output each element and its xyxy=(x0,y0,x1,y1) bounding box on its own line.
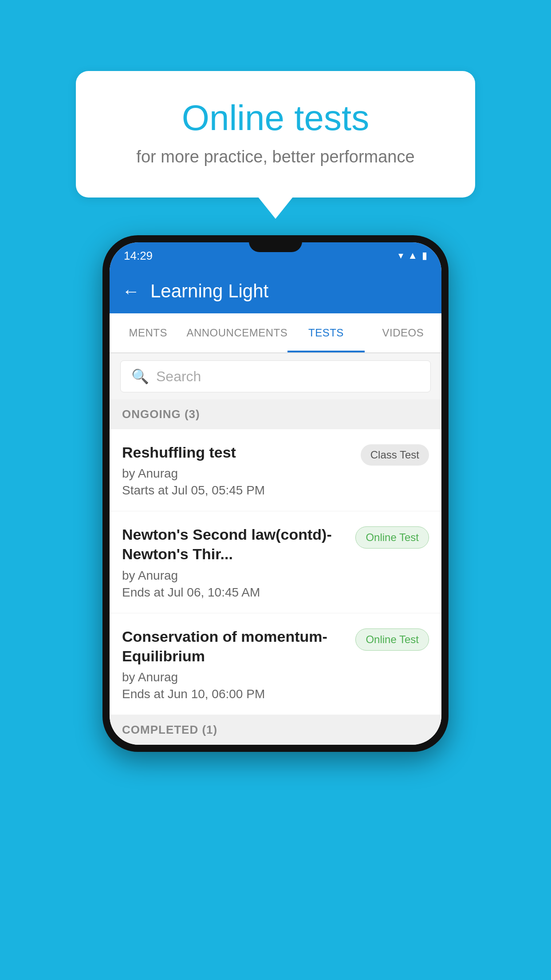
completed-section-header: COMPLETED (1) xyxy=(110,715,441,745)
bubble-title: Online tests xyxy=(111,98,440,138)
speech-bubble: Online tests for more practice, better p… xyxy=(76,71,475,198)
phone-frame: 14:29 ▾ ▲ ▮ ← Learning Light MENTS ANNOU… xyxy=(102,235,449,752)
back-button[interactable]: ← xyxy=(122,282,140,300)
test-item[interactable]: Conservation of momentum-Equilibrium by … xyxy=(110,613,441,715)
test-time: Ends at Jun 10, 06:00 PM xyxy=(122,687,346,701)
test-item-content: Conservation of momentum-Equilibrium by … xyxy=(122,627,355,701)
test-name: Reshuffling test xyxy=(122,443,352,462)
test-item-content: Reshuffling test by Anurag Starts at Jul… xyxy=(122,443,361,498)
test-name: Conservation of momentum-Equilibrium xyxy=(122,627,346,666)
test-badge-class-test: Class Test xyxy=(361,444,429,466)
tab-videos[interactable]: VIDEOS xyxy=(365,313,441,352)
search-input[interactable]: Search xyxy=(156,368,201,385)
wifi-icon: ▾ xyxy=(398,250,403,261)
search-container: 🔍 Search xyxy=(110,353,441,399)
tab-announcements[interactable]: ANNOUNCEMENTS xyxy=(186,313,287,352)
bubble-subtitle: for more practice, better performance xyxy=(111,147,440,166)
test-time: Ends at Jul 06, 10:45 AM xyxy=(122,585,346,600)
test-item-content: Newton's Second law(contd)-Newton's Thir… xyxy=(122,525,355,599)
status-time: 14:29 xyxy=(124,249,153,263)
search-bar[interactable]: 🔍 Search xyxy=(120,360,431,392)
test-badge-online-test: Online Test xyxy=(355,526,429,549)
test-author: by Anurag xyxy=(122,569,346,583)
tab-ments[interactable]: MENTS xyxy=(110,313,186,352)
status-icons: ▾ ▲ ▮ xyxy=(398,250,427,261)
battery-icon: ▮ xyxy=(422,250,427,261)
tabs-bar: MENTS ANNOUNCEMENTS TESTS VIDEOS xyxy=(110,313,441,353)
phone-screen: 14:29 ▾ ▲ ▮ ← Learning Light MENTS ANNOU… xyxy=(110,242,441,745)
app-bar: ← Learning Light xyxy=(110,269,441,313)
phone-notch xyxy=(249,235,302,252)
tab-tests[interactable]: TESTS xyxy=(287,313,364,352)
search-icon: 🔍 xyxy=(131,368,149,385)
phone-container: 14:29 ▾ ▲ ▮ ← Learning Light MENTS ANNOU… xyxy=(102,235,449,752)
test-item[interactable]: Reshuffling test by Anurag Starts at Jul… xyxy=(110,429,441,511)
test-item[interactable]: Newton's Second law(contd)-Newton's Thir… xyxy=(110,511,441,613)
app-bar-title: Learning Light xyxy=(150,281,268,302)
signal-icon: ▲ xyxy=(408,250,417,261)
test-author: by Anurag xyxy=(122,466,352,481)
ongoing-section-header: ONGOING (3) xyxy=(110,399,441,429)
test-badge-online-test-2: Online Test xyxy=(355,628,429,651)
test-time: Starts at Jul 05, 05:45 PM xyxy=(122,483,352,498)
speech-bubble-area: Online tests for more practice, better p… xyxy=(76,71,475,198)
test-name: Newton's Second law(contd)-Newton's Thir… xyxy=(122,525,346,564)
test-author: by Anurag xyxy=(122,670,346,684)
